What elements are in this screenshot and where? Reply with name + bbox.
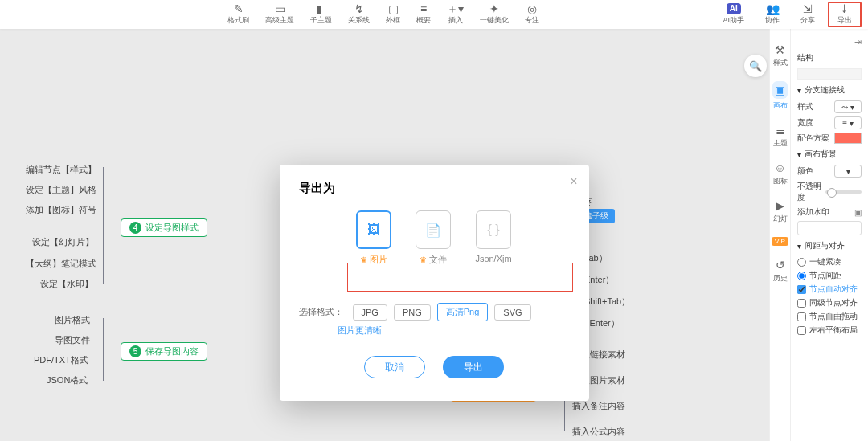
image-icon: 🖼 bbox=[356, 210, 391, 249]
file-icon: 📄 bbox=[416, 210, 451, 249]
export-type-image[interactable]: 🖼 ♛图片 bbox=[356, 210, 391, 266]
export-dialog: × 导出为 🖼 ♛图片 📄 ♛文件 { } Json/Xjm 选择格式： JPG… bbox=[280, 165, 589, 401]
dialog-title: 导出为 bbox=[299, 181, 570, 196]
export-type-group: 🖼 ♛图片 📄 ♛文件 { } Json/Xjm bbox=[299, 210, 570, 266]
close-button[interactable]: × bbox=[570, 174, 577, 189]
export-type-json[interactable]: { } Json/Xjm bbox=[475, 210, 511, 266]
fmt-jpg[interactable]: JPG bbox=[353, 304, 387, 321]
fmt-svg[interactable]: SVG bbox=[494, 304, 530, 321]
json-icon: { } bbox=[476, 210, 511, 249]
crown-icon: ♛ bbox=[420, 255, 427, 264]
modal-overlay: × 导出为 🖼 ♛图片 📄 ♛文件 { } Json/Xjm 选择格式： JPG… bbox=[0, 0, 868, 441]
crown-icon: ♛ bbox=[360, 255, 367, 264]
cancel-button[interactable]: 取消 bbox=[364, 356, 425, 378]
export-type-file[interactable]: 📄 ♛文件 bbox=[416, 210, 451, 266]
fmt-hdpng[interactable]: 高清Png bbox=[437, 303, 489, 321]
export-confirm-button[interactable]: 导出 bbox=[443, 356, 504, 378]
format-label: 选择格式： bbox=[299, 306, 343, 318]
format-row: 选择格式： JPG PNG 高清Png SVG bbox=[299, 303, 570, 321]
fmt-png[interactable]: PNG bbox=[394, 304, 431, 321]
clarity-link[interactable]: 图片更清晰 bbox=[338, 325, 570, 337]
highlight-box bbox=[347, 263, 573, 292]
